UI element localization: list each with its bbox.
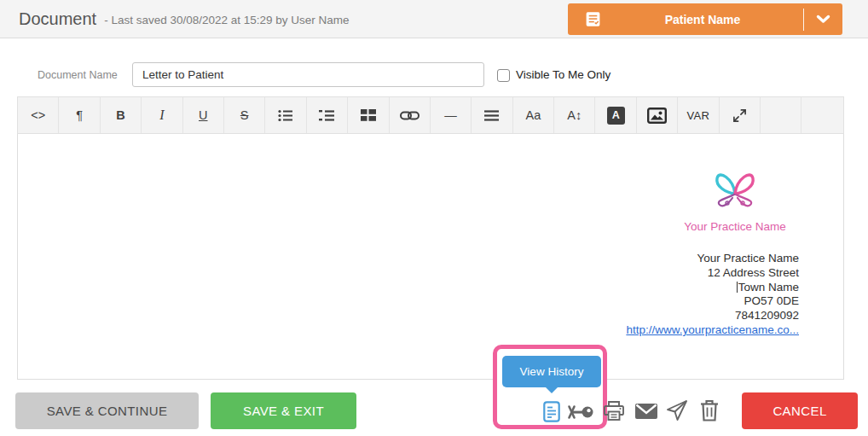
text-color-button[interactable]: A xyxy=(595,97,636,133)
image-icon xyxy=(647,108,667,124)
patient-name-label: Patient Name xyxy=(602,13,803,26)
logo-caption: Your Practice Name xyxy=(663,220,807,233)
practice-logo: Your Practice Name xyxy=(663,168,807,233)
save-exit-button[interactable]: SAVE & EXIT xyxy=(211,392,356,429)
paragraph-button[interactable]: ¶ xyxy=(59,97,100,133)
ordered-list-button[interactable] xyxy=(307,97,348,133)
editor-toolbar: <> ¶ B I U S — Aa A↕ A VAR xyxy=(17,96,844,134)
fullscreen-button[interactable] xyxy=(720,97,761,133)
unordered-list-icon xyxy=(278,109,293,122)
toolbar-spacer xyxy=(761,97,801,133)
variable-button[interactable]: VAR xyxy=(678,97,719,133)
visible-to-me-label: Visible To Me Only xyxy=(516,68,610,81)
address-line: Town Name xyxy=(626,281,799,295)
document-name-label: Document Name xyxy=(38,69,118,81)
table-icon xyxy=(361,109,376,121)
page-title: Document xyxy=(19,9,96,29)
horizontal-rule-icon: — xyxy=(444,108,457,122)
address-block: Your Practice Name 12 Address Street Tow… xyxy=(626,252,799,338)
italic-button[interactable]: I xyxy=(142,97,182,133)
link-button[interactable] xyxy=(390,97,431,133)
strikethrough-icon: S xyxy=(240,108,249,122)
chevron-down-icon[interactable] xyxy=(804,15,842,24)
ordered-list-icon xyxy=(319,109,335,122)
font-size-icon: A↕ xyxy=(567,108,582,122)
align-icon xyxy=(484,110,499,121)
view-history-tooltip[interactable]: View History xyxy=(502,356,601,387)
text-cursor xyxy=(737,282,738,293)
trash-icon[interactable] xyxy=(699,399,720,421)
address-line: http://www.yourpracticename.co... xyxy=(626,323,799,338)
unordered-list-button[interactable] xyxy=(265,97,306,133)
address-line: Your Practice Name xyxy=(626,252,799,266)
underline-icon: U xyxy=(199,108,207,122)
key-icon[interactable] xyxy=(566,404,594,421)
insert-image-button[interactable] xyxy=(637,97,678,133)
horizontal-rule-button[interactable]: — xyxy=(431,97,472,133)
cancel-button[interactable]: CANCEL xyxy=(742,392,858,429)
variable-icon: VAR xyxy=(687,109,710,122)
address-line: 12 Address Street xyxy=(626,266,799,281)
send-icon[interactable] xyxy=(666,399,688,421)
font-family-icon: Aa xyxy=(526,108,541,122)
font-family-button[interactable]: Aa xyxy=(513,97,554,133)
butterfly-logo-icon xyxy=(709,168,761,216)
address-line: PO57 0DE xyxy=(626,294,799,309)
view-history-icon[interactable] xyxy=(543,401,560,422)
editor-canvas[interactable]: Your Practice Name Your Practice Name 12… xyxy=(17,134,844,380)
bold-icon: B xyxy=(116,108,124,122)
italic-icon: I xyxy=(159,108,164,123)
printer-icon[interactable] xyxy=(603,400,625,421)
save-continue-button[interactable]: SAVE & CONTINUE xyxy=(15,392,199,429)
document-name-input[interactable] xyxy=(132,62,484,87)
address-line: 7841209092 xyxy=(626,309,799,323)
patient-document-icon xyxy=(584,10,602,28)
patient-name-button[interactable]: Patient Name xyxy=(568,3,842,35)
underline-button[interactable]: U xyxy=(183,97,224,133)
table-button[interactable] xyxy=(348,97,389,133)
code-view-button[interactable]: <> xyxy=(18,97,59,133)
paragraph-icon: ¶ xyxy=(76,108,83,122)
align-button[interactable] xyxy=(472,97,512,133)
link-icon xyxy=(400,110,420,121)
last-saved-text: - Last saved 30/08/2022 at 15:29 by User… xyxy=(104,11,349,26)
visible-to-me-checkbox[interactable] xyxy=(497,69,510,82)
website-link[interactable]: http://www.yourpracticename.co... xyxy=(626,323,799,336)
bold-button[interactable]: B xyxy=(101,97,142,133)
toolbar-spacer xyxy=(801,97,843,133)
strikethrough-button[interactable]: S xyxy=(224,97,265,133)
font-size-button[interactable]: A↕ xyxy=(554,97,595,133)
code-icon: <> xyxy=(31,108,45,122)
mail-icon[interactable] xyxy=(634,403,658,420)
expand-icon xyxy=(732,108,747,123)
text-color-icon: A xyxy=(607,107,625,125)
document-editor-page: Document - Last saved 30/08/2022 at 15:2… xyxy=(0,0,868,436)
